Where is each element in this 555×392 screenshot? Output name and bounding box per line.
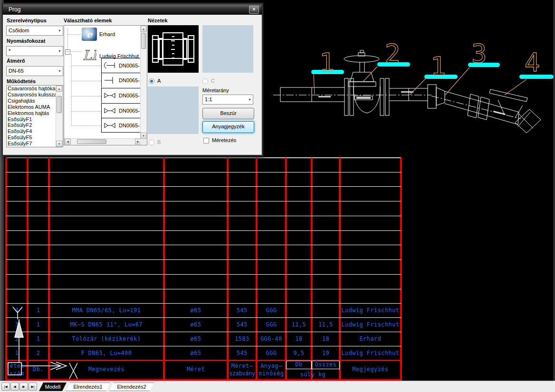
branch-fitting — [489, 89, 527, 118]
view-c-radio[interactable] — [202, 78, 208, 84]
list-item[interactable]: Elektromos hajtás — [7, 110, 56, 116]
scrollbar-track[interactable]: ▲ ▼ — [56, 86, 63, 147]
elements-tree[interactable]: e Erhard − LF Ludwig Frischhut DN0065- D… — [64, 25, 147, 145]
list-item[interactable]: Elekrtomos AUMA — [7, 104, 56, 110]
pressure-select[interactable]: * ▼ — [6, 46, 63, 56]
tab-elrendezes2[interactable]: Elrendezés2 — [109, 382, 154, 391]
list-item[interactable]: Csavarorsós hajtókar — [7, 86, 56, 92]
leader-line — [410, 77, 427, 95]
first-tab-icon[interactable]: |◀ — [1, 382, 10, 391]
grid-line — [6, 216, 401, 216]
leader-line — [363, 67, 377, 82]
list-item[interactable]: EsősúlyF4 — [7, 128, 56, 134]
section-x-symbol — [69, 363, 77, 379]
tree-item-label: DN0065- — [119, 108, 140, 114]
next-tab-icon[interactable]: ▶ — [19, 382, 28, 391]
prev-tab-icon[interactable]: ◀ — [10, 382, 19, 391]
tree-item-dn0065[interactable]: DN0065- — [101, 118, 141, 133]
leader-line — [445, 67, 469, 95]
bom-cell-note: Ludwig Frischhut — [340, 303, 401, 317]
tree-item-dn0065[interactable]: DN0065- — [101, 73, 141, 87]
scrollbar-thumb[interactable] — [77, 139, 106, 144]
bom-cell-mat: GGG-40 — [257, 332, 286, 346]
fitting-type-select[interactable]: Csőidom ▼ — [6, 26, 63, 36]
svg-text:LF: LF — [83, 48, 96, 63]
origin-box — [8, 363, 21, 375]
tree-guide — [71, 81, 101, 81]
angled-pipe — [445, 91, 519, 124]
list-item[interactable]: Csavarorsós kulissza — [7, 92, 56, 98]
scroll-down-icon[interactable]: ▼ — [141, 133, 146, 139]
cad-application-window: 1 2 1 3 4 — [0, 0, 555, 392]
chevron-down-icon[interactable]: ▼ — [58, 69, 61, 73]
fitting-symbol-icon — [103, 91, 117, 100]
diameter-select[interactable]: DN-65 ▼ — [6, 66, 63, 76]
callout-number: 1 — [319, 48, 335, 77]
tab-modell[interactable]: Modell — [39, 382, 67, 391]
erhard-logo-icon[interactable]: e — [82, 28, 97, 41]
scroll-left-icon[interactable]: ◀ — [65, 139, 71, 144]
tree-item-label: DN0065- — [119, 93, 140, 98]
operation-listbox[interactable]: Csavarorsós hajtókar Csavarorsós kulissz… — [6, 85, 63, 147]
callout-number: 3 — [471, 38, 487, 68]
insert-button[interactable]: Beszúr — [202, 108, 254, 119]
scrollbar-track[interactable]: ▲ ▼ — [140, 26, 147, 139]
scroll-up-icon[interactable]: ▲ — [141, 26, 146, 32]
scroll-down-icon[interactable]: ▼ — [56, 141, 62, 147]
bom-header-total: Összes — [312, 361, 340, 369]
bom-cell-note: Erhard — [340, 332, 401, 346]
view-b-preview[interactable] — [148, 86, 199, 134]
list-item[interactable]: EsősúlyF2 — [7, 122, 56, 128]
tree-item-dn0065[interactable]: DN0065- — [101, 88, 141, 103]
scrollbar-thumb[interactable] — [57, 96, 62, 113]
chevron-down-icon[interactable]: ▼ — [58, 29, 61, 32]
tree-item-dn0065[interactable]: DN0065- — [101, 58, 141, 73]
list-item[interactable]: EsősúlyF7 — [7, 141, 56, 147]
bom-cell-total: 19 — [312, 346, 340, 360]
lf-logo-icon[interactable]: LF — [82, 46, 96, 64]
bom-cell-size: ø65 — [164, 332, 228, 346]
list-item[interactable]: EsősúlyF1 — [7, 116, 56, 123]
fitting-symbol-icon — [103, 61, 117, 70]
list-item[interactable]: Csigahajtás — [7, 98, 56, 104]
scale-select[interactable]: 1:1 ▼ — [202, 95, 253, 105]
bom-header-db: Db — [286, 361, 312, 369]
bom-cell-note: Ludwig Frischhut — [340, 346, 401, 360]
bom-button[interactable]: Anyagjegyzék — [202, 121, 254, 133]
view-c-preview[interactable] — [202, 25, 253, 73]
callout-number: 1 — [431, 51, 446, 81]
view-a-preview[interactable] — [148, 25, 199, 73]
grid-line — [6, 186, 401, 187]
bom-cell-mat: GGG — [257, 317, 286, 332]
axis-y-symbol — [13, 307, 22, 319]
cad-canvas[interactable]: 1 2 1 3 4 — [266, 37, 555, 153]
dialog-titlebar[interactable]: Prog × — [3, 4, 262, 15]
dialog-title: Prog — [9, 6, 20, 13]
tree-item-erhard[interactable]: Erhard — [99, 31, 115, 37]
ucs-icon — [0, 285, 143, 385]
callout-number: 4 — [525, 48, 540, 77]
list-item[interactable]: EsősúlyF5 — [7, 134, 56, 141]
scroll-up-icon[interactable]: ▲ — [56, 86, 62, 92]
scrollbar-corner — [141, 139, 147, 145]
view-c-radio-label: C — [211, 78, 215, 84]
bom-cell-db: 11,5 — [286, 317, 312, 332]
reducer-fitting — [428, 85, 445, 108]
tree-collapse-icon[interactable]: − — [65, 49, 70, 55]
tree-item-dn0065[interactable]: DN0065- — [101, 103, 141, 118]
dimension-checkbox[interactable] — [203, 138, 209, 143]
tab-elrendezes1[interactable]: Elrendezés1 — [66, 382, 110, 391]
close-icon[interactable]: × — [249, 6, 259, 14]
last-tab-icon[interactable]: ▶| — [29, 382, 37, 391]
elements-label: Választható elemek — [64, 18, 112, 23]
view-b-radio-label: B — [157, 139, 161, 145]
view-a-radio[interactable] — [149, 78, 154, 84]
grid-line — [6, 230, 401, 231]
bom-cell-std: 545 — [228, 317, 257, 332]
scrollbar-track[interactable]: ◀ ▶ — [64, 138, 141, 145]
chevron-down-icon[interactable]: ▼ — [58, 49, 61, 53]
scrollbar-thumb[interactable] — [141, 33, 146, 49]
grid-line — [6, 274, 401, 275]
view-b-radio[interactable] — [149, 140, 154, 145]
chevron-down-icon[interactable]: ▼ — [248, 98, 251, 101]
